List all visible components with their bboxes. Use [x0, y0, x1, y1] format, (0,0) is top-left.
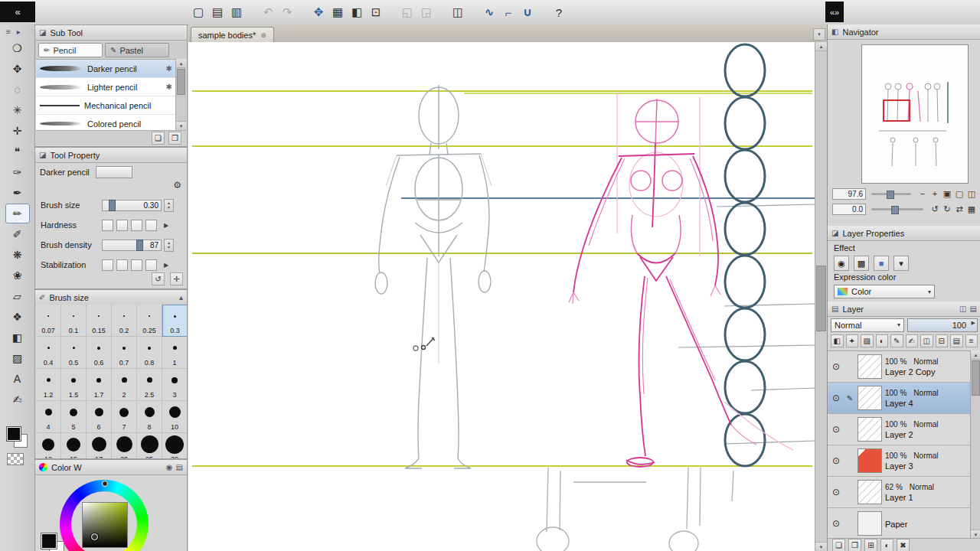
segment-box[interactable] — [131, 259, 142, 271]
brush-size-cell[interactable]: 0.7 — [112, 337, 137, 369]
ruler-tool[interactable]: ✍ — [5, 390, 30, 409]
slider-thumb[interactable] — [109, 200, 116, 211]
pen-tool[interactable]: ✒ — [5, 183, 30, 203]
segment-box[interactable] — [145, 220, 157, 231]
panel-scroll-icon[interactable]: ▴ — [179, 293, 183, 302]
visibility-eye-icon[interactable]: ⊙ — [830, 424, 842, 435]
brush-size-cell[interactable]: 0.6 — [87, 337, 112, 369]
scrollbar-thumb[interactable] — [972, 360, 980, 396]
layer-properties-header[interactable]: ◪ Layer Properties — [828, 226, 980, 241]
layer-opacity-control[interactable]: 100 ▶ — [907, 318, 978, 332]
scroll-up-icon[interactable]: ▲ — [176, 59, 186, 68]
color-set-tab-icon[interactable]: ▤ — [176, 463, 183, 471]
brush-size-cell[interactable]: 0.3 — [162, 305, 188, 337]
fill-tool[interactable]: ◧ — [5, 328, 30, 347]
show-sub-palette-icon[interactable]: ✛ — [170, 272, 183, 285]
segment-box[interactable] — [131, 220, 142, 231]
layer-row[interactable]: ⊙Paper — [828, 508, 971, 539]
brush-size-cell[interactable]: 8 — [137, 401, 162, 433]
curve-ruler-icon[interactable]: ∿ — [481, 4, 498, 21]
undo-icon[interactable]: ↶ — [260, 4, 276, 21]
subtool-item[interactable]: Darker pencil✱ — [36, 60, 176, 78]
rotation-value[interactable]: 0.0 — [832, 204, 866, 215]
lock-layer-icon[interactable]: ✦ — [846, 334, 859, 347]
strip-menu-icon[interactable]: ≡ — [6, 28, 11, 36]
zoom-tool[interactable]: ❍ — [5, 38, 30, 58]
layer-row[interactable]: ⊙62 %NormalLayer 1 — [828, 477, 971, 508]
list-menu-icon[interactable]: ≡ — [965, 334, 978, 347]
layer-move-tool[interactable]: ✛ — [5, 121, 30, 141]
brush-size-cell[interactable]: 2.5 — [137, 369, 162, 401]
ruler-icon[interactable]: ✍ — [906, 334, 919, 347]
brush-size-cell[interactable]: 25 — [137, 433, 162, 459]
brush-size-cell[interactable]: 0.25 — [137, 305, 162, 337]
collapse-left-button[interactable]: « — [0, 2, 35, 22]
transform-icon[interactable]: ⊡ — [368, 4, 384, 21]
segment-control[interactable]: ▶ — [102, 220, 168, 231]
object-move-icon[interactable]: ✥ — [310, 4, 327, 21]
segment-control[interactable]: ▶ — [102, 259, 168, 271]
scroll-down-icon[interactable]: ▼ — [815, 542, 827, 551]
layer-row[interactable]: ⊙100 %NormalLayer 3 — [828, 445, 971, 477]
step-down-icon[interactable]: ▾ — [168, 205, 170, 210]
flip-horizontal-icon[interactable]: ⇄ — [953, 203, 965, 215]
visibility-eye-icon[interactable]: ⊙ — [830, 393, 842, 403]
deselect-icon[interactable]: ◲ — [418, 4, 435, 21]
subtool-item[interactable]: Lighter pencil✱ — [36, 78, 176, 96]
brush-size-cell[interactable]: 5 — [61, 401, 87, 433]
new-canvas-icon[interactable]: ▢ — [190, 4, 207, 21]
brush-size-slider[interactable]: 0.30 — [102, 200, 162, 211]
brush-size-cell[interactable]: 4 — [36, 401, 61, 433]
rotation-slider-thumb[interactable] — [891, 206, 899, 214]
segment-box[interactable] — [116, 220, 128, 231]
layer-scrollbar[interactable]: ▲ ▼ — [970, 350, 980, 539]
move-view-tool[interactable]: ✥ — [5, 59, 30, 79]
layer-row[interactable]: ⊙100 %NormalLayer 2 Copy — [828, 351, 971, 383]
brush-size-cell[interactable]: 7 — [112, 401, 137, 433]
brush-size-cell[interactable]: 0.15 — [87, 305, 112, 337]
visibility-eye-icon[interactable]: ⊙ — [830, 487, 842, 497]
segment-box[interactable] — [102, 259, 113, 271]
sv-cursor[interactable] — [91, 533, 98, 540]
footer-apply-mask-icon[interactable]: ◐ — [880, 539, 893, 551]
help-icon[interactable]: ? — [550, 4, 567, 21]
brush-size-header[interactable]: ✐ Brush size ▴ — [35, 290, 187, 305]
reset-rotation-icon[interactable]: ▦ — [965, 203, 978, 215]
zoom-100-icon[interactable]: ▢ — [953, 187, 965, 200]
brush-size-cell[interactable]: 10 — [162, 401, 188, 433]
rotate-left-icon[interactable]: ↺ — [929, 203, 941, 215]
save-file-icon[interactable]: ▥ — [228, 4, 245, 21]
slider-thumb[interactable] — [136, 240, 143, 251]
rotation-slider[interactable] — [871, 208, 923, 210]
enable-mask-icon[interactable]: ◐ — [876, 334, 889, 347]
screen-mode-icon[interactable]: ◫ — [449, 4, 466, 21]
layer-panel-header[interactable]: ▤ Layer ◫▤ — [828, 302, 980, 317]
brush-size-cell[interactable]: 2 — [112, 369, 137, 401]
brush-size-cell[interactable]: 0.07 — [36, 305, 61, 337]
navigator-header[interactable]: ◧ Navigator — [828, 24, 980, 40]
expression-color-dropdown[interactable]: Color ▾ — [834, 285, 935, 298]
create-subtool-icon[interactable]: ❏ — [152, 132, 165, 145]
reset-all-settings-icon[interactable]: ↺ — [152, 272, 165, 285]
rotate-right-icon[interactable]: ↻ — [941, 203, 953, 215]
zoom-out-icon[interactable]: − — [916, 187, 929, 200]
redo-icon[interactable]: ↷ — [279, 4, 296, 21]
collapse-right-button[interactable]: «» — [825, 2, 844, 22]
brush-size-cell[interactable]: 0.2 — [112, 305, 137, 337]
footer-new-folder-icon[interactable]: ❐ — [848, 539, 861, 551]
scroll-down-icon[interactable]: ▼ — [176, 121, 186, 130]
subtool-item[interactable]: Mechanical pencil — [36, 96, 176, 115]
airbrush-tool[interactable]: ❋ — [5, 245, 30, 265]
select-extra-icon[interactable]: ◱ — [399, 4, 416, 21]
value-stepper[interactable]: ▴▾ — [164, 239, 174, 252]
fill-area-icon[interactable]: ◧ — [348, 4, 365, 21]
fit-to-screen-icon[interactable]: ▣ — [941, 187, 953, 200]
zoom-slider[interactable] — [871, 193, 911, 195]
canvas-drawing[interactable] — [188, 42, 815, 551]
brush-size-cell[interactable]: 0.1 — [61, 305, 87, 337]
tab-list-icon[interactable]: ▾ — [813, 28, 825, 41]
blend-tool[interactable]: ❖ — [5, 307, 30, 327]
auto-select-tool[interactable]: ✳ — [5, 100, 30, 120]
canvas-viewport[interactable] — [188, 42, 815, 551]
wrench-icon[interactable]: ⚙ — [173, 180, 181, 191]
